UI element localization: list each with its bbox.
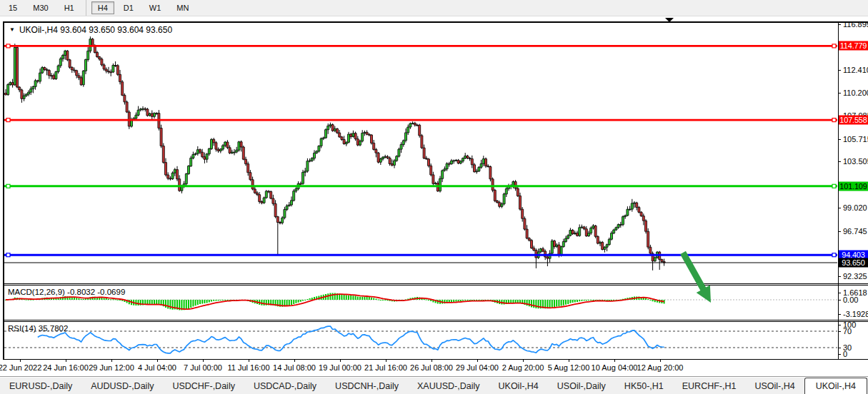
axis-tick [838,139,841,140]
axis-tick [838,314,841,315]
axis-tick [838,93,841,94]
price-tick-label: 99.020 [843,203,867,212]
time-axis-label: 7 Jul 00:00 [184,363,222,372]
price-tick-label: 0 [843,350,847,358]
chart-tab-xauusd-daily[interactable]: XAUUSD-,Daily [408,379,489,393]
time-axis-tick [614,359,615,362]
chart-tab-usdchf-daily[interactable]: USDCHF-,Daily [163,379,244,393]
chart-tab-eurchf-h1[interactable]: EURCHF-,H1 [673,379,746,393]
price-tick-label: -3.1928 [843,310,868,318]
timeframe-button-h4[interactable]: H4 [91,1,114,14]
time-axis-label: 26 Jul 08:00 [410,363,453,372]
rsi-canvas[interactable] [4,323,837,359]
price-tick-label: 112.410 [843,66,868,74]
chart-tab-ukoil-h4[interactable]: UKOil-,H4 [489,379,548,393]
axis-tick [838,231,841,232]
time-axis-tick [20,359,21,362]
chart-title: ▼ UKOil-,H4 93.604 93.650 93.604 93.650 [9,25,172,35]
time-axis-tick [66,359,66,362]
line-handle[interactable] [6,253,10,257]
chart-tab-eurusd-daily[interactable]: EURUSD-,Daily [0,379,81,393]
bullish-candles [7,39,659,261]
chart-shift-marker-icon[interactable] [665,18,674,22]
time-axis-tick [569,359,569,362]
time-axis-label: 29 Jul 04:00 [456,363,499,372]
line-handle[interactable] [832,44,836,48]
price-badge: 114.779 [839,41,868,51]
timeframe-button-d1[interactable]: D1 [117,1,140,14]
trend-arrow-icon[interactable] [673,248,723,314]
timeframe-button-w1[interactable]: W1 [143,1,168,14]
line-handle[interactable] [832,253,836,257]
time-axis-tick [431,359,432,362]
macd-label: MACD(12,26,9) -0.8032 -0.0699 [8,288,125,296]
time-axis-label: 11 Jul 16:00 [227,363,269,372]
timeframe-button-m30[interactable]: M30 [26,1,54,14]
line-handle[interactable] [6,44,10,48]
price-badge: 101.109 [839,182,868,191]
price-axis-border [838,23,839,359]
timeframe-toolbar: 15M30H1H4D1W1MN [0,0,868,16]
chart-tab-usoil-daily[interactable]: USOil-,Daily [548,379,615,393]
price-tick-label: 0.00 [843,296,858,304]
macd-panel-bottom-border [3,320,868,320]
chart-tab-hk50-h1[interactable]: HK50-,H1 [615,379,673,393]
time-axis-tick [111,359,112,362]
line-handle[interactable] [832,118,836,122]
time-axis-label: 10 Aug 04:00 [592,363,638,372]
time-axis-tick [294,359,295,362]
time-axis-label: 5 Aug 12:00 [548,363,590,372]
rsi-panel-top-border [3,321,868,322]
time-axis-tick [523,359,524,362]
chart-tab-usdcad-daily[interactable]: USDCAD-,Daily [244,379,326,393]
time-axis-tick [157,359,158,362]
line-handle[interactable] [832,184,836,188]
price-tick-label: 105.715 [843,135,868,143]
axis-tick [838,300,841,300]
time-axis-tick [249,359,249,362]
time-axis-tick [340,359,341,362]
timeframe-button-mn[interactable]: MN [170,1,195,14]
time-axis-label: 2 Aug 20:00 [502,363,544,372]
axis-tick [838,354,841,355]
line-handle[interactable] [6,118,10,122]
axis-tick [838,70,841,71]
chart-tab-usdcnh-daily[interactable]: USDCNH-,Daily [326,379,408,393]
rsi-label: RSI(14) 35.7802 [8,324,68,333]
toolbar-separator [86,0,86,16]
axis-tick [838,24,841,25]
timeframe-button-h1[interactable]: H1 [58,1,81,14]
time-axis-label: 12 Aug 20:00 [637,363,684,372]
axis-tick [838,293,841,293]
time-axis-tick [477,359,478,362]
axis-tick [838,161,841,162]
chart-tab-ukoil-h4[interactable]: UKOil-,H4 [804,378,867,394]
price-badge: 107.558 [839,116,868,125]
chart-tab-usoil-h4[interactable]: USOil-,H4 [745,379,804,393]
price-badge: 93.650 [839,258,868,268]
rsi-panel-bottom-border [3,359,868,360]
axis-tick [838,325,841,325]
price-tick-label: 70 [843,327,852,335]
price-chart-canvas[interactable] [4,23,837,283]
time-axis-label: 19 Jul 00:00 [319,363,361,372]
time-axis-tick [386,359,386,362]
chart-tab-audusd-daily[interactable]: AUDUSD-,Daily [81,379,163,393]
chart-title-text: UKOil-,H4 93.604 93.650 93.604 93.650 [19,25,172,35]
price-tick-label: 103.505 [843,157,868,166]
timeframe-button-15[interactable]: 15 [2,1,24,14]
main-panel-bottom-border [3,283,868,284]
time-axis-label: 21 Jul 16:00 [364,363,407,372]
time-axis-label: 22 Jun 2022 [0,363,41,372]
price-tick-label: 96.745 [843,227,867,236]
candle-wicks [6,36,664,271]
time-axis-label: 4 Jul 04:00 [138,363,176,372]
symbol-dropdown-icon[interactable]: ▼ [9,27,15,33]
bearish-candles [5,39,666,263]
time-axis-label: 24 Jun 16:00 [43,363,89,372]
axis-tick [838,348,841,348]
line-handle[interactable] [6,184,10,188]
time-axis-label: 29 Jun 12:00 [89,363,134,372]
axis-tick [838,331,841,332]
price-tick-label: 110.200 [843,89,868,97]
